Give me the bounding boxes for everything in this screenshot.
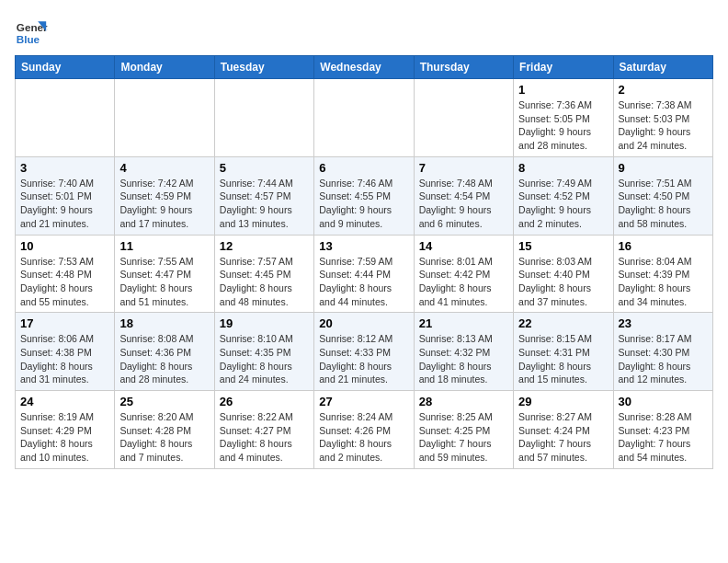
day-info: Sunrise: 8:22 AM Sunset: 4:27 PM Dayligh… [220,410,309,465]
day-number: 8 [518,161,608,175]
calendar-week-row: 10Sunrise: 7:53 AM Sunset: 4:48 PM Dayli… [16,235,713,313]
svg-text:Blue: Blue [17,33,40,45]
calendar-cell: 26Sunrise: 8:22 AM Sunset: 4:27 PM Dayli… [214,391,313,469]
calendar-cell: 13Sunrise: 7:59 AM Sunset: 4:44 PM Dayli… [314,235,414,313]
day-number: 13 [319,239,408,253]
day-info: Sunrise: 7:51 AM Sunset: 4:50 PM Dayligh… [619,177,708,231]
day-info: Sunrise: 8:04 AM Sunset: 4:39 PM Dayligh… [619,255,708,309]
calendar-cell: 22Sunrise: 8:15 AM Sunset: 4:31 PM Dayli… [514,313,613,391]
day-info: Sunrise: 8:12 AM Sunset: 4:33 PM Dayligh… [319,332,408,386]
calendar-cell: 28Sunrise: 8:25 AM Sunset: 4:25 PM Dayli… [414,391,513,469]
day-number: 4 [119,161,209,175]
logo: General Blue [15,15,48,48]
calendar-cell: 9Sunrise: 7:51 AM Sunset: 4:50 PM Daylig… [613,156,712,235]
calendar-cell: 17Sunrise: 8:06 AM Sunset: 4:38 PM Dayli… [16,313,115,391]
weekday-header-tuesday: Tuesday [214,56,313,79]
calendar-cell: 8Sunrise: 7:49 AM Sunset: 4:52 PM Daylig… [514,156,613,235]
day-number: 3 [20,161,109,175]
day-number: 7 [419,161,508,175]
calendar-cell: 12Sunrise: 7:57 AM Sunset: 4:45 PM Dayli… [214,235,313,313]
calendar-cell [214,79,313,157]
calendar-cell: 18Sunrise: 8:08 AM Sunset: 4:36 PM Dayli… [115,313,214,391]
day-info: Sunrise: 7:55 AM Sunset: 4:47 PM Dayligh… [119,255,209,309]
day-number: 12 [220,239,309,253]
day-info: Sunrise: 7:57 AM Sunset: 4:45 PM Dayligh… [220,255,309,309]
weekday-header-wednesday: Wednesday [314,56,414,79]
day-number: 14 [419,239,508,253]
calendar-week-row: 1Sunrise: 7:36 AM Sunset: 5:05 PM Daylig… [16,79,713,157]
day-number: 9 [619,161,708,175]
day-info: Sunrise: 8:01 AM Sunset: 4:42 PM Dayligh… [419,255,508,309]
day-info: Sunrise: 8:06 AM Sunset: 4:38 PM Dayligh… [20,332,109,386]
calendar-cell: 25Sunrise: 8:20 AM Sunset: 4:28 PM Dayli… [115,391,214,469]
day-info: Sunrise: 8:20 AM Sunset: 4:28 PM Dayligh… [119,410,209,465]
calendar-cell: 16Sunrise: 8:04 AM Sunset: 4:39 PM Dayli… [613,235,712,313]
day-number: 1 [518,83,608,97]
calendar-week-row: 17Sunrise: 8:06 AM Sunset: 4:38 PM Dayli… [16,313,713,391]
calendar-cell: 27Sunrise: 8:24 AM Sunset: 4:26 PM Dayli… [314,391,414,469]
weekday-header-sunday: Sunday [16,56,115,79]
day-number: 2 [619,83,708,97]
calendar-cell: 2Sunrise: 7:38 AM Sunset: 5:03 PM Daylig… [613,79,712,157]
calendar-cell [414,79,513,157]
day-number: 25 [119,395,209,408]
calendar-cell: 29Sunrise: 8:27 AM Sunset: 4:24 PM Dayli… [514,391,613,469]
calendar-week-row: 3Sunrise: 7:40 AM Sunset: 5:01 PM Daylig… [16,156,713,235]
day-number: 6 [319,161,408,175]
calendar-cell [115,79,214,157]
calendar-cell: 4Sunrise: 7:42 AM Sunset: 4:59 PM Daylig… [115,156,214,235]
calendar-week-row: 24Sunrise: 8:19 AM Sunset: 4:29 PM Dayli… [16,391,713,469]
day-number: 26 [220,395,309,408]
day-number: 28 [419,395,508,408]
day-number: 10 [20,239,109,253]
weekday-header-monday: Monday [115,56,214,79]
day-info: Sunrise: 7:36 AM Sunset: 5:05 PM Dayligh… [518,98,608,153]
day-number: 24 [20,395,109,408]
day-info: Sunrise: 8:17 AM Sunset: 4:30 PM Dayligh… [619,332,708,386]
day-info: Sunrise: 8:27 AM Sunset: 4:24 PM Dayligh… [518,410,608,465]
day-info: Sunrise: 7:38 AM Sunset: 5:03 PM Dayligh… [619,98,708,153]
day-info: Sunrise: 8:19 AM Sunset: 4:29 PM Dayligh… [20,410,109,465]
day-number: 27 [319,395,408,408]
day-number: 16 [619,239,708,253]
day-info: Sunrise: 7:49 AM Sunset: 4:52 PM Dayligh… [518,177,608,231]
calendar-header-row: SundayMondayTuesdayWednesdayThursdayFrid… [16,56,713,79]
day-info: Sunrise: 7:53 AM Sunset: 4:48 PM Dayligh… [20,255,109,309]
calendar-cell: 1Sunrise: 7:36 AM Sunset: 5:05 PM Daylig… [514,79,613,157]
weekday-header-saturday: Saturday [613,56,712,79]
day-number: 30 [619,395,708,408]
calendar-cell: 23Sunrise: 8:17 AM Sunset: 4:30 PM Dayli… [613,313,712,391]
calendar-cell: 20Sunrise: 8:12 AM Sunset: 4:33 PM Dayli… [314,313,414,391]
day-number: 29 [518,395,608,408]
calendar-cell: 15Sunrise: 8:03 AM Sunset: 4:40 PM Dayli… [514,235,613,313]
day-number: 22 [518,316,608,330]
weekday-header-friday: Friday [514,56,613,79]
calendar-cell: 21Sunrise: 8:13 AM Sunset: 4:32 PM Dayli… [414,313,513,391]
day-number: 19 [220,316,309,330]
day-number: 15 [518,239,608,253]
calendar-cell: 7Sunrise: 7:48 AM Sunset: 4:54 PM Daylig… [414,156,513,235]
calendar-cell: 5Sunrise: 7:44 AM Sunset: 4:57 PM Daylig… [214,156,313,235]
calendar-cell: 3Sunrise: 7:40 AM Sunset: 5:01 PM Daylig… [16,156,115,235]
day-info: Sunrise: 8:03 AM Sunset: 4:40 PM Dayligh… [518,255,608,309]
day-info: Sunrise: 7:44 AM Sunset: 4:57 PM Dayligh… [220,177,309,231]
calendar-cell: 24Sunrise: 8:19 AM Sunset: 4:29 PM Dayli… [16,391,115,469]
day-info: Sunrise: 8:28 AM Sunset: 4:23 PM Dayligh… [619,410,708,465]
calendar-table: SundayMondayTuesdayWednesdayThursdayFrid… [15,55,713,469]
day-number: 21 [419,316,508,330]
day-info: Sunrise: 8:25 AM Sunset: 4:25 PM Dayligh… [419,410,508,465]
day-info: Sunrise: 7:59 AM Sunset: 4:44 PM Dayligh… [319,255,408,309]
day-number: 23 [619,316,708,330]
logo-icon: General Blue [15,15,48,48]
day-info: Sunrise: 7:42 AM Sunset: 4:59 PM Dayligh… [119,177,209,231]
day-number: 18 [119,316,209,330]
day-info: Sunrise: 8:24 AM Sunset: 4:26 PM Dayligh… [319,410,408,465]
calendar-cell: 11Sunrise: 7:55 AM Sunset: 4:47 PM Dayli… [115,235,214,313]
day-info: Sunrise: 8:08 AM Sunset: 4:36 PM Dayligh… [119,332,209,386]
day-number: 5 [220,161,309,175]
weekday-header-thursday: Thursday [414,56,513,79]
day-info: Sunrise: 7:48 AM Sunset: 4:54 PM Dayligh… [419,177,508,231]
calendar-cell: 30Sunrise: 8:28 AM Sunset: 4:23 PM Dayli… [613,391,712,469]
calendar-cell [314,79,414,157]
calendar-cell: 10Sunrise: 7:53 AM Sunset: 4:48 PM Dayli… [16,235,115,313]
